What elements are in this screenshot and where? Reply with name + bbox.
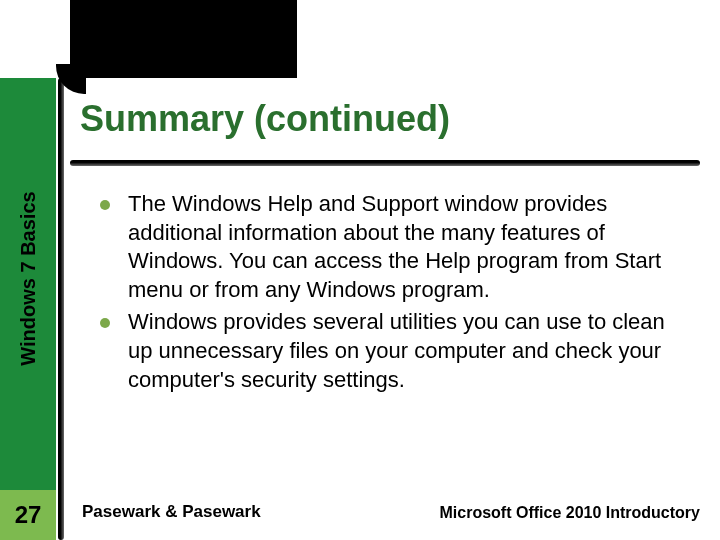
footer-right: Microsoft Office 2010 Introductory — [440, 504, 701, 522]
bullet-text: Windows provides several utilities you c… — [128, 308, 690, 394]
side-label-text: Windows 7 Basics — [17, 191, 40, 365]
slide-title: Summary (continued) — [80, 98, 450, 140]
bullet-item: The Windows Help and Support window prov… — [100, 190, 690, 304]
content-area: The Windows Help and Support window prov… — [100, 190, 690, 398]
vertical-divider — [58, 78, 64, 540]
bullet-text: The Windows Help and Support window prov… — [128, 190, 690, 304]
slide: Summary (continued) Windows 7 Basics 27 … — [0, 0, 720, 540]
bullet-icon — [100, 318, 110, 328]
footer-left: Pasewark & Pasewark — [82, 502, 261, 522]
bullet-icon — [100, 200, 110, 210]
horizontal-divider — [70, 160, 700, 166]
corner-curve — [56, 64, 86, 94]
bullet-item: Windows provides several utilities you c… — [100, 308, 690, 394]
side-label-container: Windows 7 Basics — [0, 78, 56, 478]
top-black-block — [70, 0, 297, 78]
page-number: 27 — [0, 490, 56, 540]
